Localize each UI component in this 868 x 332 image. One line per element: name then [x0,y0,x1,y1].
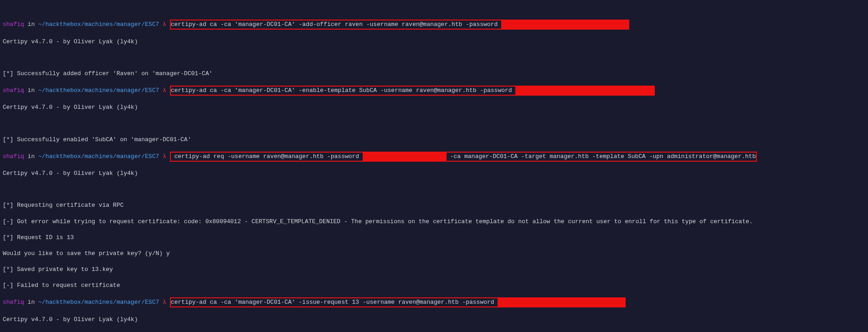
prompt-line-4: shafiq in ~/hackthebox/machines/manager/… [3,297,865,307]
cmd-box-3: certipy-ad req -username raven@manager.h… [170,152,757,162]
cmd-box-2: certipy-ad ca -ca 'manager-DC01-CA' -ena… [170,86,655,96]
output-3-4: [*] Saved private key to 13.key [3,266,865,274]
cmd-box-1: certipy-ad ca -ca 'manager-DC01-CA' -add… [170,20,630,30]
prompt-line-3: shafiq in ~/hackthebox/machines/manager/… [3,152,865,162]
output-3-3: Would you like to save the private key? … [3,250,865,258]
output-3-1: [-] Got error while trying to request ce… [3,218,865,226]
prompt-user: shafiq [3,21,24,28]
prompt-lambda: λ [159,21,169,28]
certipy-version: Certipy v4.7.0 - by Oliver Lyak (ly4k) [3,103,865,112]
prompt-path: ~/hackthebox/machines/manager/ESC7 [38,21,159,28]
prompt-in: in [24,21,38,28]
redacted-password [498,298,625,306]
cmd3-post: -ca manager-DC01-CA -target manager.htb … [447,153,756,160]
cmd-box-4: certipy-ad ca -ca 'manager-DC01-CA' -iss… [170,297,626,307]
output-3-0: [*] Requesting certificate via RPC [3,201,865,209]
output-2: [*] Successfully enabled 'SubCA' on 'man… [3,136,865,144]
redacted-password [501,20,628,29]
prompt-line-2: shafiq in ~/hackthebox/machines/manager/… [3,86,865,96]
cmd3-pre: certipy-ad req -username raven@manager.h… [171,153,363,160]
cmd4-pre: certipy-ad ca -ca 'manager-DC01-CA' -iss… [171,299,498,306]
prompt-line-1: shafiq in ~/hackthebox/machines/manager/… [3,20,865,30]
redacted-password [363,153,447,161]
certipy-version: Certipy v4.7.0 - by Oliver Lyak (ly4k) [3,316,865,324]
output-1: [*] Successfully added officer 'Raven' o… [3,70,865,78]
certipy-version: Certipy v4.7.0 - by Oliver Lyak (ly4k) [3,169,865,178]
cmd2-pre: certipy-ad ca -ca 'manager-DC01-CA' -ena… [171,87,516,94]
output-3-2: [*] Request ID is 13 [3,234,865,242]
terminal[interactable]: shafiq in ~/hackthebox/machines/manager/… [0,0,868,332]
output-3-5: [-] Failed to request certificate [3,281,865,290]
cmd1-pre: certipy-ad ca -ca 'manager-DC01-CA' -add… [171,21,502,28]
redacted-password [515,87,654,95]
certipy-version: Certipy v4.7.0 - by Oliver Lyak (ly4k) [3,38,865,46]
